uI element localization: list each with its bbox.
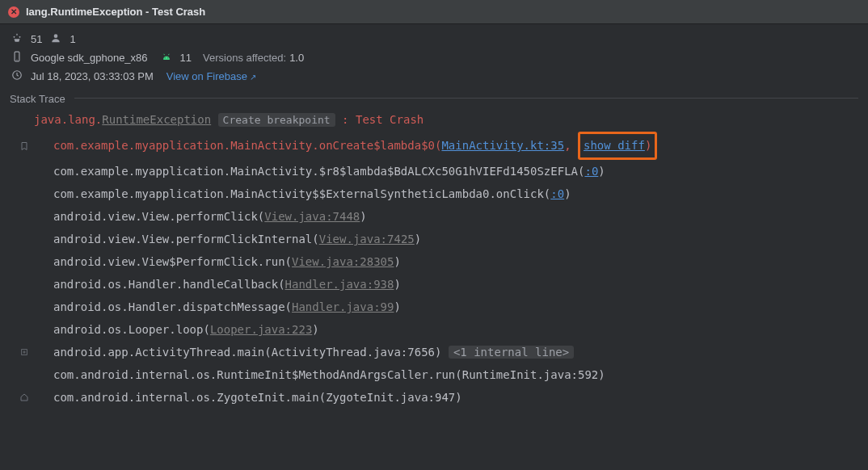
frame-body: android.os.Handler.dispatchMessage(Handl…: [34, 296, 401, 318]
stack-frame: android.view.View.performClickInternal(V…: [15, 228, 860, 250]
frame-method: android.os.Handler.handleCallback(: [53, 278, 285, 291]
stack-frame: com.example.myapplication.MainActivity$$…: [15, 183, 860, 205]
source-link[interactable]: Handler.java:99: [292, 300, 394, 313]
frame-method: com.android.internal.os.RuntimeInit$Meth…: [53, 368, 605, 381]
source-link[interactable]: View.java:28305: [292, 255, 394, 268]
frame-method: android.view.View.performClickInternal(: [53, 233, 319, 245]
versions-affected-label: Versions affected:: [203, 52, 286, 64]
svg-point-4: [167, 57, 168, 58]
frame-method: com.android.internal.os.ZygoteInit.main(…: [53, 391, 462, 404]
clock-icon: [11, 69, 23, 83]
stack-frame: android.os.Handler.handleCallback(Handle…: [15, 273, 860, 296]
gutter-icon[interactable]: [15, 141, 34, 151]
frame-punct: ): [312, 323, 318, 336]
frame-punct: ,: [564, 139, 578, 152]
frame-method: android.app.ActivityThread.main(Activity…: [53, 346, 449, 359]
meta-device-row: Google sdk_gphone_x86 11 Versions affect…: [11, 51, 857, 65]
frame-punct: ): [394, 278, 400, 291]
frame-body: android.os.Looper.loop(Looper.java:223): [34, 318, 319, 341]
show-diff-link[interactable]: show diff: [584, 139, 645, 152]
frame-punct: ): [394, 255, 400, 268]
frame-punct: ): [360, 210, 366, 223]
firebase-link-label: View on Firebase: [166, 70, 247, 82]
source-link[interactable]: Looper.java:223: [210, 323, 312, 336]
device-icon: [11, 51, 23, 65]
bug-count: 51: [31, 33, 42, 45]
title-bar: ✕ lang.RuntimeException - Test Crash: [0, 0, 868, 24]
meta-block: 51 1 Google sdk_gphone_x86 11 Versions a…: [0, 24, 868, 88]
stack-frame: com.example.myapplication.MainActivity.$…: [15, 160, 860, 183]
frame-punct: ): [564, 187, 571, 200]
frame-method: android.os.Handler.dispatchMessage(: [53, 300, 292, 313]
source-link[interactable]: :0: [550, 187, 564, 200]
stack-frame: com.android.internal.os.ZygoteInit.main(…: [15, 386, 860, 409]
stack-trace-label: Stack Trace: [0, 88, 868, 107]
frame-method: com.example.myapplication.MainActivity.$…: [53, 165, 584, 178]
panel-title: lang.RuntimeException - Test Crash: [26, 6, 205, 18]
exception-message: Test Crash: [356, 113, 423, 126]
frame-punct: ): [645, 139, 651, 152]
stack-frame: android.view.View$PerformClick.run(View.…: [15, 250, 860, 273]
os-version: 11: [180, 52, 192, 64]
create-breakpoint-button[interactable]: Create breakpoint: [218, 113, 335, 127]
exception-line: java.lang.RuntimeException Create breakp…: [15, 108, 860, 132]
frame-method: android.view.View.performClick(: [53, 210, 264, 223]
gutter-icon[interactable]: [15, 348, 34, 356]
frame-body: android.view.View.performClickInternal(V…: [34, 228, 421, 250]
frame-body: com.android.internal.os.RuntimeInit$Meth…: [34, 363, 605, 386]
frame-method: android.view.View$PerformClick.run(: [53, 255, 292, 268]
frame-punct: ): [394, 300, 400, 313]
exception-class[interactable]: RuntimeException: [102, 113, 211, 126]
svg-point-0: [54, 34, 58, 38]
meta-time-row: Jul 18, 2023, 03:33:03 PM View on Fireba…: [11, 69, 857, 83]
bug-icon: [11, 32, 23, 46]
device-name: Google sdk_gphone_x86: [31, 52, 148, 64]
frame-body: com.android.internal.os.ZygoteInit.main(…: [34, 386, 462, 409]
svg-point-2: [16, 60, 17, 61]
user-icon: [50, 32, 61, 46]
exception-sep: :: [335, 113, 356, 126]
user-count: 1: [70, 33, 75, 45]
frame-body: com.example.myapplication.MainActivity.o…: [34, 132, 657, 160]
frame-punct: ): [415, 233, 421, 245]
frame-method: com.example.myapplication.MainActivity.o…: [53, 139, 441, 152]
exception-package: java.lang.: [34, 113, 102, 126]
source-link[interactable]: View.java:7448: [264, 210, 360, 223]
frame-punct: ): [598, 165, 605, 178]
source-link[interactable]: :0: [584, 165, 598, 178]
svg-point-3: [164, 57, 165, 58]
frame-body: android.os.Handler.handleCallback(Handle…: [34, 273, 401, 296]
stack-frame: com.example.myapplication.MainActivity.o…: [15, 132, 860, 160]
source-link[interactable]: View.java:7425: [319, 233, 415, 245]
external-link-icon: ↗: [250, 73, 256, 82]
gutter-icon[interactable]: [15, 392, 34, 402]
frame-body: com.example.myapplication.MainActivity$$…: [34, 183, 571, 205]
source-link[interactable]: Handler.java:938: [285, 278, 394, 291]
frame-body: com.example.myapplication.MainActivity.$…: [34, 160, 605, 183]
stack-frame: android.view.View.performClick(View.java…: [15, 205, 860, 228]
frame-body: android.view.View.performClick(View.java…: [34, 205, 367, 228]
meta-counts-row: 51 1: [11, 32, 857, 46]
frame-body: android.app.ActivityThread.main(Activity…: [34, 341, 574, 363]
crash-panel: ✕ lang.RuntimeException - Test Crash 51 …: [0, 0, 868, 470]
frame-body: android.view.View$PerformClick.run(View.…: [34, 250, 401, 273]
frame-method: android.os.Looper.loop(: [53, 323, 210, 336]
highlight-box: show diff): [578, 132, 657, 160]
android-icon: [161, 51, 172, 65]
stack-frame: android.os.Handler.dispatchMessage(Handl…: [15, 296, 860, 318]
timestamp: Jul 18, 2023, 03:33:03 PM: [31, 70, 154, 82]
stack-frame: android.app.ActivityThread.main(Activity…: [15, 341, 860, 363]
close-icon[interactable]: ✕: [8, 6, 19, 18]
internal-lines-pill[interactable]: <1 internal line>: [449, 346, 574, 359]
stack-frame: android.os.Looper.loop(Looper.java:223): [15, 318, 860, 341]
versions-affected: 1.0: [289, 52, 304, 64]
stack-frame: com.android.internal.os.RuntimeInit$Meth…: [15, 363, 860, 386]
frame-method: com.example.myapplication.MainActivity$$…: [53, 187, 550, 200]
stack-trace: java.lang.RuntimeException Create breakp…: [0, 107, 868, 417]
source-link[interactable]: MainActivity.kt:35: [441, 139, 564, 152]
view-on-firebase-link[interactable]: View on Firebase↗: [166, 70, 256, 82]
